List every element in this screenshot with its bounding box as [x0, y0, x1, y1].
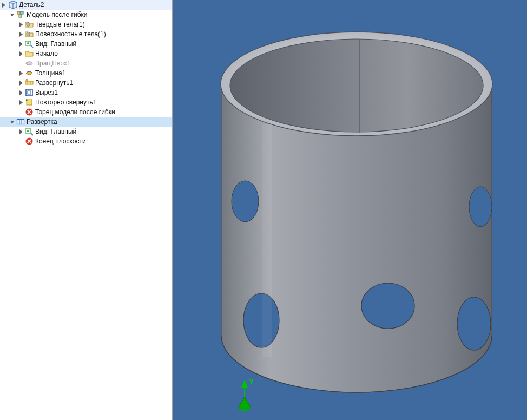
axis-gizmo: Y — [238, 377, 254, 412]
axis-label: Y — [249, 377, 254, 386]
svg-point-22 — [243, 293, 279, 347]
svg-rect-11 — [17, 120, 24, 124]
svg-point-4 — [27, 42, 29, 44]
svg-rect-8 — [28, 91, 31, 94]
svg-rect-2 — [19, 15, 22, 17]
tree-item[interactable]: Вид: Главный — [0, 39, 172, 49]
tree-item-label: Модель после гибки — [27, 11, 88, 18]
tree-item-label: Вырез1 — [35, 89, 58, 96]
tree-item-label: Поверхностные тела(1) — [35, 30, 106, 38]
chevron-right-icon[interactable] — [17, 80, 24, 86]
tree-item-label: Повторно свернуть1 — [35, 99, 96, 106]
svg-point-15 — [27, 130, 29, 132]
chevron-down-icon[interactable] — [9, 11, 15, 18]
chevron-down-icon[interactable] — [9, 119, 15, 125]
tree-item[interactable]: Поверхностные тела(1) — [0, 29, 172, 39]
chevron-right-icon[interactable] — [17, 70, 24, 76]
tree-item[interactable]: Торец модели после гибки — [0, 107, 172, 117]
part-icon — [9, 1, 17, 9]
tree-item[interactable]: Конец плоскости — [0, 136, 172, 146]
viewport-3d[interactable]: Y — [173, 0, 527, 420]
chevron-right-icon[interactable] — [17, 41, 24, 47]
model-rendering: Y — [173, 0, 527, 420]
error-icon — [25, 108, 34, 116]
view-icon — [25, 127, 34, 136]
expander-icon[interactable] — [1, 2, 8, 8]
svg-point-20 — [232, 181, 259, 222]
tree-item-label: Вид: Главный — [35, 128, 76, 135]
flat-pattern-icon — [16, 117, 25, 126]
surface-body-folder-icon — [25, 30, 34, 38]
svg-point-23 — [361, 283, 414, 329]
thicken-icon — [25, 69, 34, 77]
origin-folder-icon — [25, 49, 34, 58]
revolve-surface-icon — [25, 59, 34, 68]
tree-item[interactable]: Твердые тела(1) — [0, 19, 172, 29]
tree-root-label: Деталь2 — [19, 1, 44, 9]
chevron-right-icon[interactable] — [17, 128, 24, 135]
chevron-right-icon[interactable] — [17, 99, 24, 106]
tree-item[interactable]: Повторно свернуть1 — [0, 97, 172, 107]
tree-item[interactable]: Развертка — [0, 117, 172, 127]
solid-body-folder-icon — [25, 20, 34, 29]
error-icon — [25, 137, 34, 146]
cut-icon — [25, 88, 34, 97]
tree-item-label: Вид: Главный — [35, 40, 76, 48]
tree-item-label: Торец модели после гибки — [35, 108, 115, 116]
tree-item[interactable]: Развернуть1 — [0, 78, 172, 88]
tree-item-label: Развернуть1 — [35, 79, 73, 87]
svg-marker-29 — [238, 397, 251, 412]
svg-point-5 — [26, 62, 32, 65]
svg-rect-0 — [17, 11, 20, 14]
tree-item-label: Конец плоскости — [35, 137, 86, 145]
feature-tree-panel[interactable]: Деталь2 Модель после гибкиТвердые тела(1… — [0, 0, 173, 420]
svg-point-21 — [469, 187, 492, 227]
tree-item[interactable]: Модель после гибки — [0, 10, 172, 19]
chevron-right-icon[interactable] — [17, 89, 24, 96]
tree-item-label: Толщина1 — [35, 69, 65, 77]
tree-item[interactable]: ВращПврх1 — [0, 58, 172, 68]
svg-rect-25 — [262, 124, 272, 357]
svg-point-24 — [457, 297, 491, 350]
tree-item-label: Твердые тела(1) — [35, 21, 85, 28]
chevron-right-icon[interactable] — [17, 31, 24, 37]
tree-item[interactable]: Начало — [0, 49, 172, 58]
tree-item[interactable]: Вид: Главный — [0, 127, 172, 136]
tree-item[interactable]: Вырез1 — [0, 88, 172, 97]
svg-rect-6 — [25, 81, 33, 84]
svg-rect-1 — [21, 11, 23, 14]
tree-item-label: Начало — [35, 50, 58, 57]
refold-icon — [25, 98, 34, 107]
chevron-right-icon[interactable] — [17, 50, 24, 57]
view-icon — [25, 40, 34, 48]
svg-point-18 — [230, 39, 483, 132]
svg-marker-27 — [241, 380, 248, 388]
chevron-right-icon[interactable] — [17, 21, 24, 28]
tree-item-label: ВращПврх1 — [35, 60, 70, 67]
unfold-icon — [25, 78, 34, 87]
tree-root[interactable]: Деталь2 — [0, 0, 172, 10]
assembly-icon — [16, 10, 25, 19]
tree-item-label: Развертка — [27, 118, 57, 126]
tree-item[interactable]: Толщина1 — [0, 68, 172, 78]
